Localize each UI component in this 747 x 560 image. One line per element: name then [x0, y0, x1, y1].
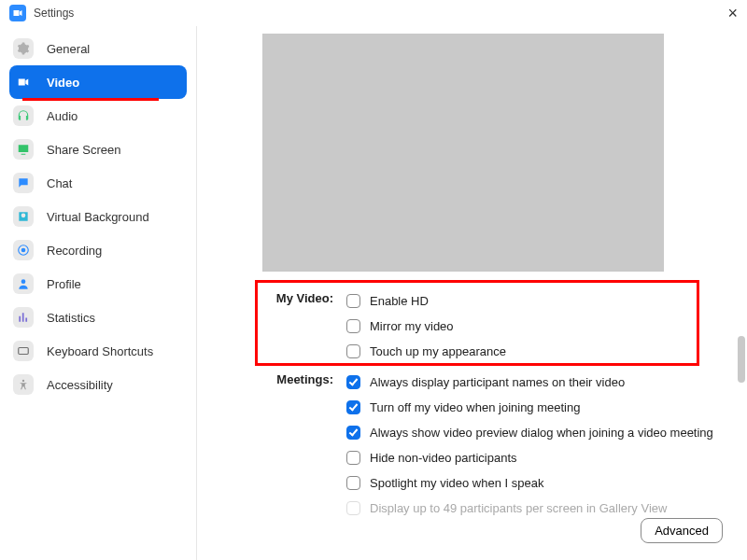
checkbox[interactable]: [346, 451, 360, 465]
profile-icon: [13, 273, 34, 294]
advanced-button[interactable]: Advanced: [641, 518, 723, 543]
option-label: Touch up my appearance: [370, 344, 506, 358]
option-label: Enable HD: [370, 294, 429, 308]
app-icon: [9, 5, 26, 21]
headphones-icon: [13, 105, 34, 126]
scrollbar-thumb[interactable]: [738, 336, 745, 383]
sidebar-item-chat[interactable]: Chat: [0, 166, 196, 200]
sidebar-item-recording[interactable]: Recording: [0, 233, 196, 267]
sidebar-item-audio[interactable]: Audio: [0, 99, 196, 133]
option-label: Spotlight my video when I speak: [370, 476, 543, 490]
sidebar-item-video[interactable]: Video: [9, 65, 187, 99]
video-settings-panel: My Video: Enable HD Mirror my video Touc…: [197, 26, 747, 560]
svg-rect-3: [19, 348, 29, 355]
sidebar-item-share-screen[interactable]: Share Screen: [0, 133, 196, 166]
share-screen-icon: [13, 139, 34, 160]
option-mirror-video[interactable]: Mirror my video: [346, 314, 723, 339]
checkbox[interactable]: [346, 375, 360, 389]
option-49-participants: Display up to 49 participants per screen…: [346, 496, 723, 521]
option-label: Always display participant names on thei…: [370, 375, 625, 389]
video-icon: [13, 72, 34, 92]
sidebar-item-label: Share Screen: [47, 143, 121, 157]
sidebar-item-label: Virtual Background: [47, 210, 149, 224]
sidebar-item-statistics[interactable]: Statistics: [0, 301, 196, 334]
window-title: Settings: [34, 7, 74, 20]
sidebar-item-label: Profile: [47, 277, 81, 291]
checkbox[interactable]: [346, 476, 360, 490]
sidebar-item-label: Statistics: [47, 311, 95, 325]
svg-point-1: [21, 248, 26, 253]
svg-point-2: [21, 279, 26, 284]
section-label-my-video: My Video:: [262, 288, 333, 364]
sidebar-item-label: Chat: [47, 176, 72, 190]
sidebar-item-label: Recording: [47, 244, 102, 258]
option-enable-hd[interactable]: Enable HD: [346, 288, 723, 314]
sidebar-item-label: Video: [47, 76, 79, 90]
option-touch-up-appearance[interactable]: Touch up my appearance: [346, 339, 723, 364]
checkbox[interactable]: [346, 426, 360, 440]
virtual-background-icon: [13, 206, 34, 227]
keyboard-icon: [13, 341, 34, 361]
checkbox[interactable]: [346, 319, 360, 333]
sidebar-item-label: General: [47, 42, 90, 56]
checkbox[interactable]: [346, 344, 360, 358]
section-label-meetings: Meetings:: [262, 370, 333, 521]
sidebar-item-label: Keyboard Shortcuts: [47, 344, 153, 358]
sidebar-item-accessibility[interactable]: Accessibility: [0, 368, 196, 401]
settings-sidebar: General Video Audio Share Screen Chat Vi…: [0, 26, 197, 560]
sidebar-item-profile[interactable]: Profile: [0, 267, 196, 301]
option-show-preview-dialog[interactable]: Always show video preview dialog when jo…: [346, 420, 723, 445]
sidebar-item-virtual-background[interactable]: Virtual Background: [0, 200, 196, 233]
accessibility-icon: [13, 374, 34, 395]
option-label: Mirror my video: [370, 319, 454, 333]
option-spotlight-when-speak[interactable]: Spotlight my video when I speak: [346, 470, 723, 496]
chat-icon: [13, 173, 34, 193]
close-icon[interactable]: ×: [727, 5, 738, 21]
gear-icon: [13, 38, 34, 59]
option-turn-off-video-joining[interactable]: Turn off my video when joining meeting: [346, 395, 723, 420]
option-hide-nonvideo-participants[interactable]: Hide non-video participants: [346, 445, 723, 470]
option-display-participant-names[interactable]: Always display participant names on thei…: [346, 370, 723, 395]
option-label: Turn off my video when joining meeting: [370, 400, 580, 414]
titlebar: Settings ×: [0, 0, 747, 26]
option-label: Display up to 49 participants per screen…: [370, 501, 667, 515]
sidebar-item-general[interactable]: General: [0, 32, 196, 65]
statistics-icon: [13, 307, 34, 328]
sidebar-item-label: Accessibility: [47, 378, 113, 392]
svg-point-4: [22, 380, 24, 382]
meetings-section: Meetings: Always display participant nam…: [262, 370, 723, 521]
checkbox[interactable]: [346, 294, 360, 308]
sidebar-item-label: Audio: [47, 109, 78, 123]
option-label: Hide non-video participants: [370, 451, 517, 465]
video-preview: [262, 34, 664, 272]
checkbox: [346, 501, 360, 515]
recording-icon: [13, 240, 34, 260]
checkbox[interactable]: [346, 400, 360, 414]
sidebar-item-keyboard-shortcuts[interactable]: Keyboard Shortcuts: [0, 334, 196, 368]
my-video-section: My Video: Enable HD Mirror my video Touc…: [262, 288, 723, 364]
option-label: Always show video preview dialog when jo…: [370, 426, 713, 440]
